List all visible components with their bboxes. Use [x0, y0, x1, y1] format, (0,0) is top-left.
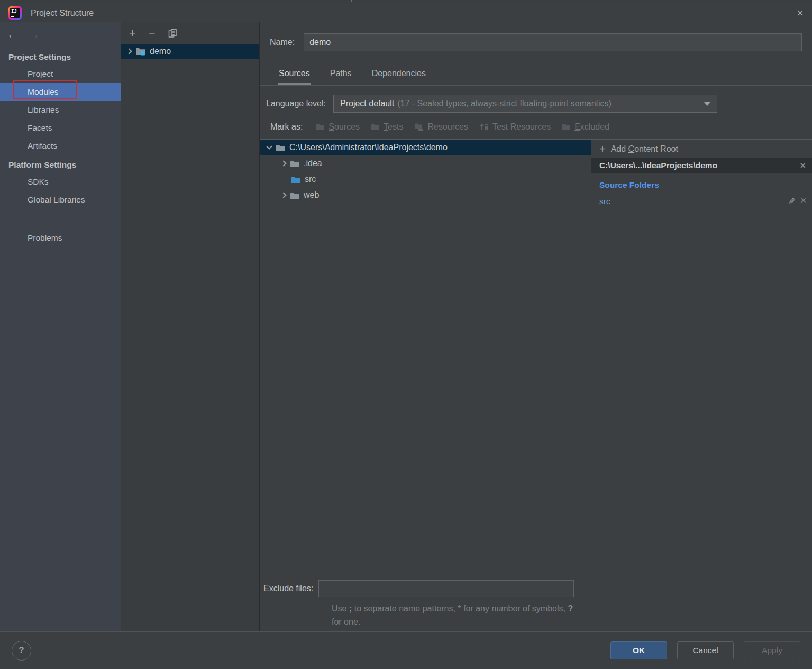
sidebar-item-artifacts[interactable]: Artifacts — [0, 137, 121, 155]
ok-button[interactable]: OK — [610, 641, 667, 659]
module-name-row: Name: — [260, 22, 812, 58]
dialog-title: Project Structure — [31, 8, 94, 18]
intellij-idea-logo-icon: IJ — [8, 6, 22, 20]
remove-module-icon[interactable]: − — [149, 28, 156, 39]
folder-icon — [316, 123, 325, 131]
background-menu-strip: Code Refactor Build Run Tools VCS Window… — [0, 0, 812, 4]
language-level-select[interactable]: Project default (17 - Sealed types, alwa… — [333, 95, 717, 113]
mark-as-label: Mark as: — [270, 122, 303, 132]
folder-icon — [290, 191, 299, 199]
source-folder-icon — [291, 176, 300, 184]
exclude-files-hint: Use ; to separate name patterns, * for a… — [332, 602, 579, 628]
dialog-footer: ? OK Cancel Apply — [0, 631, 812, 669]
exclude-files-section: Exclude files: Use ; to separate name pa… — [260, 580, 591, 631]
add-content-root-button[interactable]: + Add Content Root — [591, 140, 812, 158]
tab-sources[interactable]: Sources — [279, 69, 310, 85]
content-root-path-header: C:\Users\...\IdeaProjects\demo × — [591, 158, 812, 173]
mark-as-excluded: Excluded — [562, 122, 609, 132]
mark-as-tests: Tests — [371, 122, 403, 132]
close-icon[interactable]: × — [797, 7, 804, 19]
source-folders-header: Source Folders — [599, 180, 806, 190]
section-header-platform-settings: Platform Settings — [0, 157, 121, 173]
background-menu-text: Code Refactor Build Run Tools VCS Window… — [79, 0, 354, 2]
language-level-label: Language level: — [266, 99, 326, 108]
plus-icon: + — [599, 144, 606, 154]
dialog-titlebar: IJ Project Structure × — [0, 4, 812, 22]
module-list-panel: + − demo — [121, 22, 260, 631]
exclude-files-input[interactable] — [318, 580, 574, 597]
name-label: Name: — [270, 38, 295, 47]
sidebar-item-project[interactable]: Project — [0, 65, 121, 83]
chevron-down-icon[interactable] — [266, 143, 272, 149]
section-header-project-settings: Project Settings — [0, 49, 121, 65]
content-root-tree: C:\Users\Administrator\IdeaProjects\demo… — [260, 140, 591, 631]
sidebar-item-global-libraries[interactable]: Global Libraries — [0, 191, 121, 209]
project-structure-dialog: Code Refactor Build Run Tools VCS Window… — [0, 0, 812, 669]
mark-as-test-resources: Test Resources — [479, 122, 551, 132]
folder-icon — [562, 123, 571, 131]
exclude-files-label: Exclude files: — [263, 584, 313, 593]
folder-icon — [276, 144, 285, 152]
tree-row-content-root[interactable]: C:\Users\Administrator\IdeaProjects\demo — [260, 140, 591, 155]
history-nav: ← → — [0, 22, 121, 41]
remove-source-folder-icon[interactable]: × — [800, 195, 806, 206]
module-editor-tabs: Sources Paths Dependencies — [260, 58, 812, 86]
chevron-down-icon — [704, 102, 710, 106]
sidebar-item-modules[interactable]: Modules — [0, 83, 121, 101]
tab-paths[interactable]: Paths — [330, 69, 352, 85]
source-folders-section: Source Folders src ✎ × — [591, 173, 812, 206]
language-level-row: Language level: Project default (17 - Se… — [260, 86, 812, 122]
tab-dependencies[interactable]: Dependencies — [372, 69, 426, 85]
sidebar-item-libraries[interactable]: Libraries — [0, 101, 121, 119]
module-toolbar: + − — [121, 22, 259, 44]
copy-module-icon[interactable] — [168, 29, 177, 38]
dotted-leader — [612, 204, 784, 204]
test-resources-icon — [479, 123, 489, 131]
chevron-right-icon[interactable] — [126, 48, 132, 54]
back-arrow-icon[interactable]: ← — [7, 28, 18, 41]
mark-as-sources: Sources — [316, 122, 360, 132]
module-name-input[interactable] — [304, 33, 802, 51]
folder-icon — [290, 160, 299, 168]
source-folder-item-src: src ✎ × — [599, 195, 806, 206]
edit-icon[interactable]: ✎ — [788, 196, 795, 206]
settings-sidebar: ← → Project Settings Project Modules Lib… — [0, 22, 121, 631]
mark-as-row: Mark as: Sources Tests Resources — [260, 122, 812, 139]
tree-row-idea-folder[interactable]: .idea — [260, 155, 591, 171]
module-name: demo — [150, 47, 171, 56]
tree-row-src-folder[interactable]: src — [260, 171, 591, 187]
sidebar-item-problems[interactable]: Problems — [0, 229, 121, 247]
chevron-right-icon[interactable] — [280, 192, 286, 198]
forward-arrow-icon: → — [29, 28, 40, 41]
sidebar-divider — [0, 222, 111, 222]
apply-button: Apply — [744, 641, 800, 659]
module-list-item-demo[interactable]: demo — [121, 44, 259, 59]
cancel-button[interactable]: Cancel — [677, 641, 734, 659]
content-root-detail-panel: + Add Content Root C:\Users\...\IdeaProj… — [591, 140, 812, 631]
chevron-right-icon[interactable] — [280, 160, 286, 166]
module-editor: Name: Sources Paths Dependencies Languag… — [260, 22, 812, 631]
sidebar-item-sdks[interactable]: SDKs — [0, 173, 121, 191]
module-icon — [135, 47, 145, 56]
tree-row-web-folder[interactable]: web — [260, 187, 591, 203]
folder-icon — [371, 123, 380, 131]
add-module-icon[interactable]: + — [129, 28, 136, 39]
mark-as-resources: Resources — [414, 122, 468, 132]
sidebar-item-facets[interactable]: Facets — [0, 119, 121, 137]
help-button[interactable]: ? — [12, 641, 31, 661]
resources-folder-icon — [414, 123, 424, 131]
remove-content-root-icon[interactable]: × — [800, 160, 806, 171]
